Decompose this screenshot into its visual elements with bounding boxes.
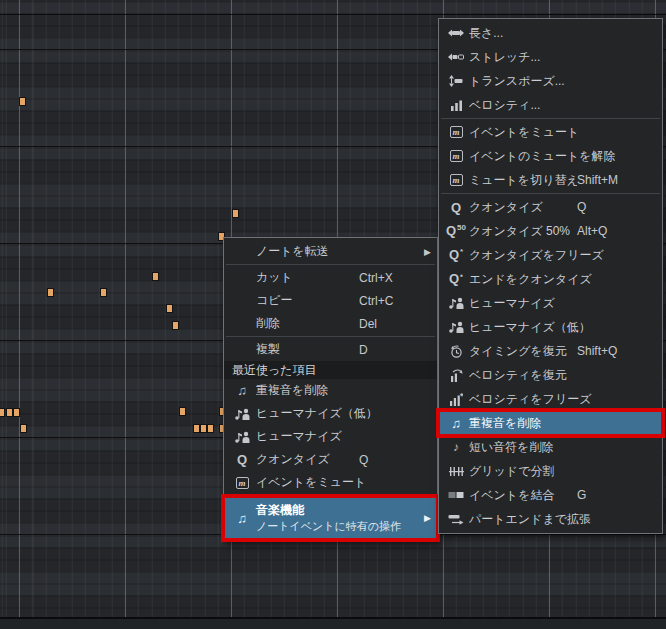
menu-item[interactable]: イベントを結合G (439, 483, 662, 507)
menu-item[interactable]: QクオンタイズQ (439, 195, 662, 219)
menu-item-shortcut: Ctrl+X (359, 271, 421, 285)
music-functions-submenu: 長さ...ストレッチ...トランスポーズ...ベロシティ...mイベントをミュー… (438, 18, 663, 534)
menu-item-label: 重複音を削除 (469, 415, 646, 432)
menu-item[interactable]: 削除Del (224, 312, 437, 335)
menu-item[interactable]: コピーCtrl+C (224, 289, 437, 312)
menu-item-label: カット (256, 269, 359, 286)
velocity-restore-icon (443, 369, 469, 382)
menu-item-label: ミュートを切り替え (469, 172, 577, 189)
menu-item-label: エンドをクオンタイズ (469, 271, 646, 288)
menu-item[interactable]: ヒューマナイズ（低） (439, 315, 662, 339)
midi-note[interactable] (200, 424, 207, 433)
q-end-icon: Q▪ (443, 272, 469, 285)
menu-item[interactable]: Q50クオンタイズ 50%Alt+Q (439, 219, 662, 243)
menu-item-label: 音楽機能 (256, 502, 421, 518)
midi-note[interactable] (232, 209, 239, 218)
menu-item-label: イベントのミュートを解除 (469, 148, 646, 165)
midi-note[interactable] (166, 304, 173, 313)
menu-item-label: ヒューマナイズ（低） (256, 405, 421, 422)
menu-item-label: ヒューマナイズ（低） (469, 319, 646, 336)
menu-item-shortcut: Q (359, 453, 421, 467)
midi-note[interactable] (207, 424, 214, 433)
menu-item-label: ベロシティをフリーズ (469, 391, 646, 408)
menu-item-shortcut: D (359, 343, 421, 357)
midi-note[interactable] (20, 424, 27, 433)
menu-item[interactable]: パートエンドまで拡張 (439, 507, 662, 531)
menu-item[interactable]: ヒューマナイズ (224, 425, 437, 448)
menu-item[interactable]: カットCtrl+X (224, 266, 437, 289)
q-freeze-icon: Q* (443, 248, 469, 261)
menu-section-header: 最近使った項目 (224, 361, 437, 379)
menu-item-text: 音楽機能ノートイベントに特有の操作 (256, 502, 421, 533)
menu-item-highlighted[interactable]: ♫音楽機能ノートイベントに特有の操作▶ (224, 497, 437, 539)
velocity-freeze-icon: * (443, 393, 469, 406)
menu-item-shortcut: Shift+Q (577, 344, 646, 358)
menu-item-label: ベロシティ... (469, 97, 646, 114)
beamed-note-icon: ♫ (443, 417, 469, 430)
menu-item[interactable]: *ベロシティをフリーズ (439, 387, 662, 411)
menu-item-label: パートエンドまで拡張 (469, 511, 646, 528)
menu-item[interactable]: mミュートを切り替えShift+M (439, 168, 662, 192)
menu-item-label: 長さ... (469, 25, 646, 42)
menu-item-label: 削除 (256, 315, 359, 332)
svg-text:*: * (460, 393, 463, 401)
glue-icon (443, 491, 469, 499)
menu-item[interactable]: mイベントのミュートを解除 (439, 144, 662, 168)
menu-item-label: ストレッチ... (469, 49, 646, 66)
grid-split-icon (443, 466, 469, 477)
menu-item-label: クオンタイズ 50% (469, 223, 577, 240)
menu-item[interactable]: グリッドで分割 (439, 459, 662, 483)
midi-note[interactable] (6, 408, 13, 417)
midi-note[interactable] (47, 288, 54, 297)
menu-item[interactable]: 複製D (224, 338, 437, 361)
midi-note[interactable] (172, 321, 179, 330)
menu-item-label: クオンタイズをフリーズ (469, 247, 646, 264)
menu-item[interactable]: トランスポーズ... (439, 69, 662, 93)
menu-item[interactable]: ♫重複音を削除 (224, 379, 437, 402)
menu-item[interactable]: Q▪エンドをクオンタイズ (439, 267, 662, 291)
clock-restore-icon (443, 345, 469, 358)
menu-item[interactable]: ベロシティ... (439, 93, 662, 117)
menu-item[interactable]: ノートを転送▶ (224, 240, 437, 263)
mute-icon: m (443, 150, 469, 162)
menu-item-label: グリッドで分割 (469, 463, 646, 480)
submenu-arrow-icon: ▶ (421, 247, 431, 257)
velocity-icon (443, 100, 469, 111)
menu-item[interactable]: ヒューマナイズ（低） (224, 402, 437, 425)
menu-item[interactable]: ベロシティを復元 (439, 363, 662, 387)
menu-item-subtitle: ノートイベントに特有の操作 (256, 519, 421, 534)
menu-item[interactable]: ♪短い音符を削除 (439, 435, 662, 459)
submenu-arrow-icon: ▶ (421, 513, 431, 523)
midi-note[interactable] (0, 408, 5, 417)
menu-item[interactable]: Q*クオンタイズをフリーズ (439, 243, 662, 267)
menu-item-label: イベントをミュート (256, 474, 421, 491)
note-person-icon (443, 297, 469, 309)
beamed-note-icon: ♫ (228, 384, 256, 397)
menu-item-label: 短い音符を削除 (469, 439, 646, 456)
midi-note[interactable] (19, 97, 26, 106)
midi-note[interactable] (179, 407, 186, 416)
menu-item-label: タイミングを復元 (469, 343, 577, 360)
menu-item[interactable]: 長さ... (439, 21, 662, 45)
menu-item[interactable]: mイベントをミュート (439, 120, 662, 144)
note-person-icon (443, 321, 469, 333)
midi-note[interactable] (100, 288, 107, 297)
menu-item[interactable]: QクオンタイズQ (224, 448, 437, 471)
beamed-note-icon: ♫ (228, 512, 256, 525)
midi-note[interactable] (193, 424, 200, 433)
length-icon (443, 28, 469, 38)
mute-icon: m (228, 477, 256, 489)
menu-item[interactable]: タイミングを復元Shift+Q (439, 339, 662, 363)
menu-item[interactable]: ヒューマナイズ (439, 291, 662, 315)
menu-item-highlighted[interactable]: ♫重複音を削除 (439, 411, 662, 435)
menu-separator (441, 118, 660, 119)
menu-item[interactable]: mイベントをミュート (224, 471, 437, 494)
menu-item-label: 複製 (256, 341, 359, 358)
menu-item-shortcut: G (577, 488, 646, 502)
midi-note[interactable] (152, 272, 159, 281)
note-person-icon (228, 431, 256, 443)
midi-note[interactable] (13, 408, 20, 417)
menu-item[interactable]: ストレッチ... (439, 45, 662, 69)
menu-item-label: コピー (256, 292, 359, 309)
menu-item-shortcut: Ctrl+C (359, 294, 421, 308)
